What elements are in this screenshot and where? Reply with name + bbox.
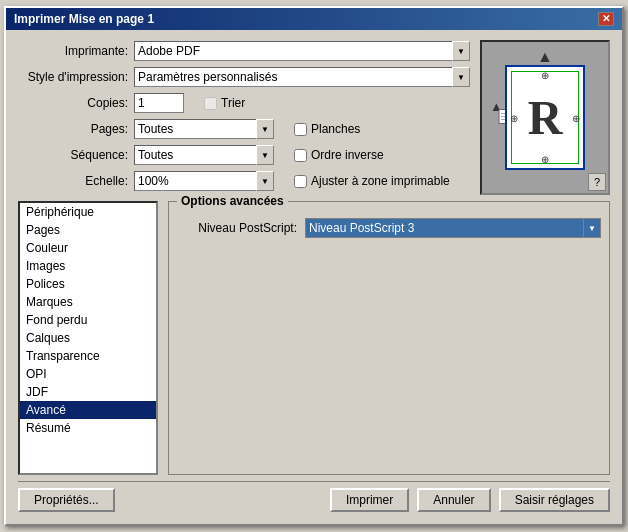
proprietes-button[interactable]: Propriétés... bbox=[18, 488, 115, 512]
nav-list: PériphériquePagesCouleurImagesPolicesMar… bbox=[18, 201, 158, 475]
close-button[interactable]: ✕ bbox=[598, 12, 614, 26]
style-select[interactable]: Paramètres personnalisés bbox=[134, 67, 470, 87]
help-button[interactable]: ? bbox=[588, 173, 606, 191]
advanced-section: Options avancées Niveau PostScript: Nive… bbox=[168, 201, 610, 475]
niveau-select[interactable]: Niveau PostScript 3 Niveau PostScript 2 bbox=[305, 218, 601, 238]
imprimante-select-wrapper: Adobe PDF ▼ bbox=[134, 41, 470, 61]
ajuster-checkbox-label: Ajuster à zone imprimable bbox=[294, 174, 450, 188]
echelle-select[interactable]: 100% bbox=[134, 171, 274, 191]
crossmark-left: ⊕ bbox=[510, 112, 518, 123]
sequence-select-wrapper: Toutes ▼ bbox=[134, 145, 274, 165]
nav-list-item[interactable]: Marques bbox=[20, 293, 156, 311]
ajuster-label: Ajuster à zone imprimable bbox=[311, 174, 450, 188]
style-row: Style d'impression: Paramètres personnal… bbox=[18, 66, 470, 88]
ordre-inverse-label: Ordre inverse bbox=[311, 148, 384, 162]
nav-list-item[interactable]: Fond perdu bbox=[20, 311, 156, 329]
niveau-label: Niveau PostScript: bbox=[177, 221, 297, 235]
options-group-box: Options avancées Niveau PostScript: Nive… bbox=[168, 201, 610, 475]
dialog-title: Imprimer Mise en page 1 bbox=[14, 12, 154, 26]
copies-row: Copies: Trier bbox=[18, 92, 470, 114]
nav-list-item[interactable]: Pages bbox=[20, 221, 156, 239]
sequence-label: Séquence: bbox=[18, 148, 128, 162]
annuler-button[interactable]: Annuler bbox=[417, 488, 490, 512]
crossmark-right: ⊕ bbox=[572, 112, 580, 123]
title-bar-buttons: ✕ bbox=[598, 12, 614, 26]
action-buttons: Imprimer Annuler Saisir réglages bbox=[330, 488, 610, 512]
ordre-inverse-checkbox[interactable] bbox=[294, 149, 307, 162]
dialog: Imprimer Mise en page 1 ✕ Imprimante: Ad… bbox=[4, 6, 624, 526]
imprimante-select[interactable]: Adobe PDF bbox=[134, 41, 470, 61]
sequence-row: Séquence: Toutes ▼ Ordre inverse bbox=[18, 144, 470, 166]
ordre-inverse-checkbox-label: Ordre inverse bbox=[294, 148, 384, 162]
imprimante-row: Imprimante: Adobe PDF ▼ bbox=[18, 40, 470, 62]
nav-list-item[interactable]: Transparence bbox=[20, 347, 156, 365]
pages-label: Pages: bbox=[18, 122, 128, 136]
echelle-row: Echelle: 100% ▼ Ajuster à zone imprimabl… bbox=[18, 170, 470, 192]
pages-select[interactable]: Toutes bbox=[134, 119, 274, 139]
preview-page: ⊕ ⊕ ⊕ ⊕ R bbox=[505, 65, 585, 170]
group-box-legend: Options avancées bbox=[177, 194, 288, 208]
planches-checkbox-label: Planches bbox=[294, 122, 360, 136]
nav-list-item[interactable]: Avancé bbox=[20, 401, 156, 419]
nav-list-item[interactable]: JDF bbox=[20, 383, 156, 401]
nav-list-item[interactable]: Résumé bbox=[20, 419, 156, 437]
middle-section: PériphériquePagesCouleurImagesPolicesMar… bbox=[18, 201, 610, 475]
style-label: Style d'impression: bbox=[18, 70, 128, 84]
dialog-body: Imprimante: Adobe PDF ▼ Style d'impressi… bbox=[6, 30, 622, 524]
arrow-up-icon: ▲ bbox=[537, 48, 553, 66]
ajuster-checkbox[interactable] bbox=[294, 175, 307, 188]
trier-checkbox-label: Trier bbox=[204, 96, 245, 110]
nav-list-item[interactable]: Périphérique bbox=[20, 203, 156, 221]
echelle-select-wrapper: 100% ▼ bbox=[134, 171, 274, 191]
preview-letter: R bbox=[528, 90, 563, 145]
trier-label: Trier bbox=[221, 96, 245, 110]
title-bar: Imprimer Mise en page 1 ✕ bbox=[6, 8, 622, 30]
imprimante-label: Imprimante: bbox=[18, 44, 128, 58]
planches-checkbox[interactable] bbox=[294, 123, 307, 136]
form-section: Imprimante: Adobe PDF ▼ Style d'impressi… bbox=[18, 40, 470, 195]
planches-label: Planches bbox=[311, 122, 360, 136]
saisir-reglages-button[interactable]: Saisir réglages bbox=[499, 488, 610, 512]
copies-input-area: Trier bbox=[134, 93, 245, 113]
copies-input[interactable] bbox=[134, 93, 184, 113]
pages-select-wrapper: Toutes ▼ bbox=[134, 119, 274, 139]
nav-list-item[interactable]: Polices bbox=[20, 275, 156, 293]
nav-list-item[interactable]: Images bbox=[20, 257, 156, 275]
crossmark-top: ⊕ bbox=[541, 70, 549, 81]
nav-list-section: PériphériquePagesCouleurImagesPolicesMar… bbox=[18, 201, 158, 475]
nav-list-item[interactable]: Calques bbox=[20, 329, 156, 347]
sequence-select[interactable]: Toutes bbox=[134, 145, 274, 165]
top-section: Imprimante: Adobe PDF ▼ Style d'impressi… bbox=[18, 40, 610, 195]
trier-checkbox[interactable] bbox=[204, 97, 217, 110]
preview-page-inner: R bbox=[511, 71, 579, 164]
imprimer-button[interactable]: Imprimer bbox=[330, 488, 409, 512]
nav-list-item[interactable]: Couleur bbox=[20, 239, 156, 257]
copies-label: Copies: bbox=[18, 96, 128, 110]
preview-section: ▲ ▲ ⊕ ⊕ ⊕ ⊕ R bbox=[480, 40, 610, 195]
style-select-wrapper: Paramètres personnalisés ▼ bbox=[134, 67, 470, 87]
echelle-label: Echelle: bbox=[18, 174, 128, 188]
bottom-buttons: Propriétés... Imprimer Annuler Saisir ré… bbox=[18, 481, 610, 514]
crossmark-bottom: ⊕ bbox=[541, 154, 549, 165]
niveau-select-wrapper: Niveau PostScript 3 Niveau PostScript 2 … bbox=[305, 218, 601, 238]
nav-list-item[interactable]: OPI bbox=[20, 365, 156, 383]
pages-row: Pages: Toutes ▼ Planches bbox=[18, 118, 470, 140]
niveau-row: Niveau PostScript: Niveau PostScript 3 N… bbox=[177, 218, 601, 238]
